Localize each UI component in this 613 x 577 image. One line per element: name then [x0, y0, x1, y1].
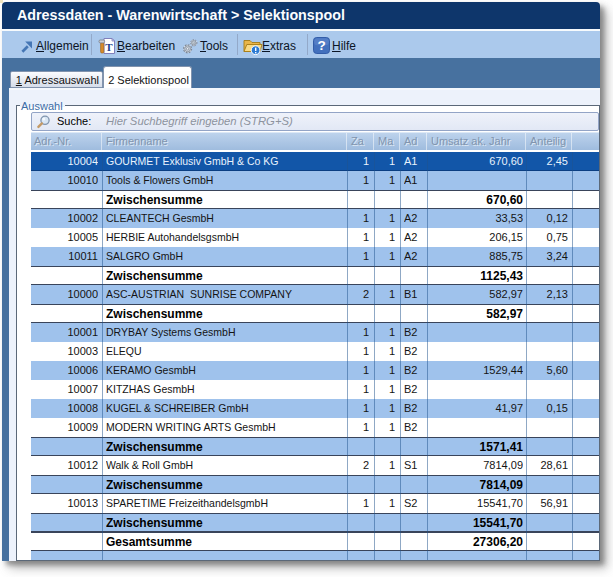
- svg-text:T: T: [105, 41, 113, 53]
- svg-text:?: ?: [318, 38, 326, 53]
